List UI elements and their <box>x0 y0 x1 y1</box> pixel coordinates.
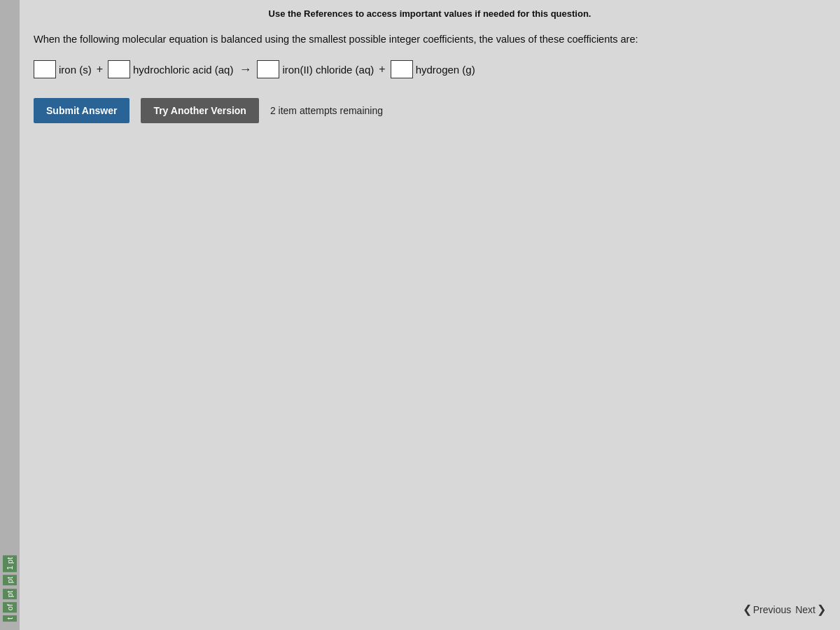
coeff-h2-input[interactable] <box>391 60 413 78</box>
main-content: Use the References to access important v… <box>20 0 840 630</box>
bottom-nav: ❮ Previous Next ❯ <box>743 603 826 616</box>
equation-row: iron (s) + hydrochloric acid (aq) → iron… <box>34 60 826 78</box>
sidebar-label-pt2: pt <box>3 575 17 585</box>
question-body: When the following molecular equation is… <box>34 34 638 45</box>
next-label: Next <box>795 604 816 615</box>
submit-button[interactable]: Submit Answer <box>34 98 130 123</box>
plus-2: + <box>379 63 385 76</box>
sidebar-label-pt3: pt <box>3 589 17 599</box>
sidebar-label-1pt: 1 pt <box>3 555 17 572</box>
plus-1: + <box>97 63 103 76</box>
coeff-iron-input[interactable] <box>34 60 56 78</box>
previous-button[interactable]: ❮ Previous <box>743 603 791 616</box>
attempts-text: 2 item attempts remaining <box>270 105 383 116</box>
coeff-fecl-input[interactable] <box>257 60 279 78</box>
hcl-label: hydrochloric acid (aq) <box>133 64 233 76</box>
action-row: Submit Answer Try Another Version 2 item… <box>34 98 826 123</box>
sidebar-label-of: of <box>3 602 17 612</box>
chevron-left-icon: ❮ <box>743 603 752 616</box>
reference-text: Use the References to access important v… <box>269 8 592 19</box>
coeff-hcl-input[interactable] <box>108 60 130 78</box>
iron-label: iron (s) <box>59 64 92 76</box>
arrow-symbol: → <box>239 62 251 77</box>
question-text: When the following molecular equation is… <box>34 31 804 48</box>
try-another-button[interactable]: Try Another Version <box>141 98 259 123</box>
previous-label: Previous <box>753 604 791 615</box>
h2-label: hydrogen (g) <box>416 64 475 76</box>
left-sidebar: 1 pt pt pt of t <box>0 0 20 630</box>
reference-bar: Use the References to access important v… <box>34 8 826 19</box>
sidebar-label-t: t <box>3 615 17 622</box>
fecl-label: iron(II) chloride (aq) <box>282 64 374 76</box>
next-button[interactable]: Next ❯ <box>795 603 826 616</box>
chevron-right-icon: ❯ <box>817 603 826 616</box>
